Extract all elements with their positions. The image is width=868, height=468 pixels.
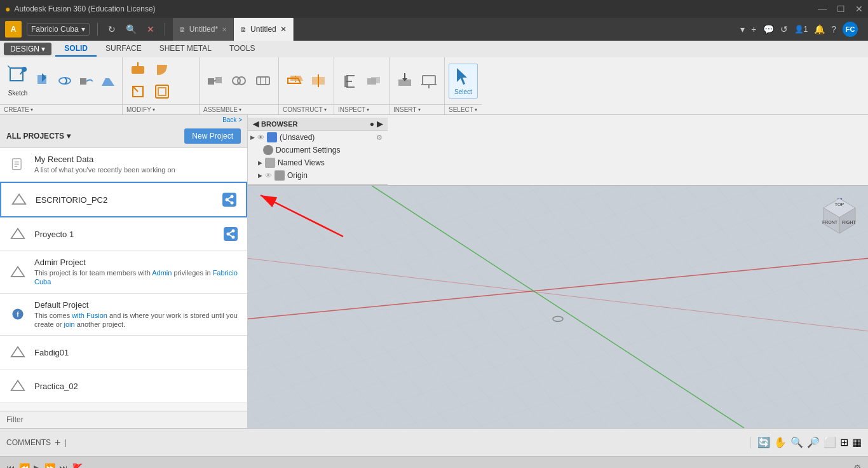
settings-gear-icon[interactable]: ⚙ xyxy=(376,134,383,142)
tab-sheet-metal[interactable]: SHEET METAL xyxy=(151,41,220,57)
browser-left-arrow[interactable]: ◀ xyxy=(253,120,259,128)
maximize-button[interactable]: ☐ xyxy=(837,4,845,14)
user-count-badge[interactable]: 👤1 xyxy=(794,25,808,34)
svg-point-19 xyxy=(238,77,245,85)
add-comment-icon[interactable]: + xyxy=(55,437,60,448)
notification-icon[interactable]: 🔔 xyxy=(814,24,825,34)
view-cube[interactable]: TOP FRONT RIGHT xyxy=(817,192,862,237)
escritorio-icon xyxy=(9,189,29,210)
close-button[interactable]: ✕ xyxy=(855,4,863,14)
toolbar-close-button[interactable]: ✕ xyxy=(144,23,157,36)
create-loft-button[interactable] xyxy=(98,72,118,90)
project-item-practica02[interactable]: Practica_02 xyxy=(0,369,247,403)
project-item-admin[interactable]: Admin Project This project is for team m… xyxy=(0,251,247,294)
canvas-area[interactable]: Z TOP FRONT RIGHT xyxy=(248,186,868,428)
minimize-button[interactable]: — xyxy=(818,4,827,14)
display-settings-icon[interactable]: ▦ xyxy=(852,436,862,448)
browser-doc-settings-label: Document Settings xyxy=(276,146,340,155)
view-cube-icon2[interactable]: ⬜ xyxy=(824,436,836,448)
tab-surface[interactable]: SURFACE xyxy=(97,41,151,57)
select-button[interactable]: Select xyxy=(449,64,478,99)
timeline-last-icon[interactable]: ⏭ xyxy=(59,463,68,469)
ribbon-group-create: Sketch xyxy=(0,57,123,114)
modify-chamfer-button[interactable] xyxy=(126,81,149,102)
tab-close-icon2[interactable]: ✕ xyxy=(280,25,287,34)
new-project-button[interactable]: New Project xyxy=(184,128,241,144)
zoom-icon[interactable]: 🔍 xyxy=(790,436,803,448)
browser-item-origin[interactable]: ▶ 👁 Origin xyxy=(248,169,388,182)
back-link[interactable]: Back > xyxy=(0,115,247,125)
add-tab-icon[interactable]: + xyxy=(751,24,756,34)
create-sketch-button[interactable]: Sketch xyxy=(4,63,32,99)
tab-untitled[interactable]: 🗎 Untitled ✕ xyxy=(234,18,294,41)
timeline-settings-icon[interactable]: ⚙ xyxy=(853,463,862,469)
timeline-play-icon[interactable]: ▶ xyxy=(34,463,41,469)
insert-insert-button[interactable] xyxy=(393,71,416,91)
assemble-dropdown-icon[interactable]: ▾ xyxy=(239,107,241,113)
refresh-button[interactable]: ↻ xyxy=(105,23,118,36)
viewport-area: ◀ BROWSER ● ▶ ▶ 👁 (Unsaved) ⚙ Document S… xyxy=(248,115,868,428)
tab-tools[interactable]: TOOLS xyxy=(220,41,264,57)
tab-solid[interactable]: SOLID xyxy=(55,41,97,57)
expand-icon[interactable]: ▾ xyxy=(740,24,745,34)
eye-icon[interactable]: 👁 xyxy=(257,134,264,141)
user-avatar[interactable]: FC xyxy=(843,22,858,37)
construct-dropdown-icon[interactable]: ▾ xyxy=(324,107,327,113)
project-item-default[interactable]: f Default Project This comes with Fusion… xyxy=(0,294,247,336)
user-area[interactable]: Fabricio Cuba ▾ xyxy=(27,23,90,36)
browser-toggle[interactable]: ● xyxy=(370,120,374,128)
create-sweep-button[interactable] xyxy=(76,72,97,90)
inspect-interference-button[interactable] xyxy=(362,71,385,91)
help-icon[interactable]: ? xyxy=(831,24,836,34)
modify-shell-button[interactable] xyxy=(151,81,173,102)
tab-untitled-star[interactable]: 🗎 Untitled* ✕ xyxy=(173,18,234,41)
assemble-joint-button[interactable] xyxy=(227,71,250,91)
browser-item-named-views[interactable]: ▶ Named Views xyxy=(248,156,388,169)
origin-eye-icon[interactable]: 👁 xyxy=(265,172,272,179)
timeline-prev-icon[interactable]: ⏪ xyxy=(19,463,30,469)
timeline-next-icon[interactable]: ⏩ xyxy=(44,463,55,469)
create-extrude-button[interactable] xyxy=(33,72,53,90)
modify-fillet-button[interactable] xyxy=(151,60,173,80)
grid-icon[interactable]: ⊞ xyxy=(840,436,848,448)
orbit-icon[interactable]: 🔄 xyxy=(757,436,770,448)
timeline-flag-icon[interactable]: 🚩 xyxy=(72,463,83,469)
inspect-measure-button[interactable] xyxy=(338,71,361,91)
fit-icon[interactable]: 🔎 xyxy=(807,436,820,448)
assemble-new-component-button[interactable] xyxy=(203,71,226,91)
create-dropdown-icon[interactable]: ▾ xyxy=(31,107,33,113)
timeline-first-icon[interactable]: ⏮ xyxy=(6,463,15,469)
browser-item-doc-settings[interactable]: Document Settings xyxy=(248,144,388,156)
create-revolve-button[interactable] xyxy=(55,72,75,90)
inspect-group-label: INSPECT▾ xyxy=(334,104,389,114)
project-item-proyecto1[interactable]: Proyecto 1 xyxy=(0,217,247,251)
construct-offset-plane-button[interactable] xyxy=(283,71,306,91)
design-dropdown[interactable]: DESIGN ▾ xyxy=(4,43,51,55)
modify-press-pull-button[interactable] xyxy=(126,60,149,80)
project-item-escritorio[interactable]: ESCRITORIO_PC2 xyxy=(0,182,247,217)
browser-right-arrow[interactable]: ▶ xyxy=(377,120,383,128)
chat-icon[interactable]: 💬 xyxy=(763,24,774,34)
tab-close-icon[interactable]: ✕ xyxy=(222,26,227,33)
project-item-recent[interactable]: My Recent Data A list of what you've rec… xyxy=(0,148,247,182)
search-button[interactable]: 🔍 xyxy=(123,23,139,36)
assemble-rigid-button[interactable] xyxy=(252,71,275,91)
comments-toggle-icon[interactable]: | xyxy=(64,438,66,447)
insert-dropdown-icon[interactable]: ▾ xyxy=(418,107,421,113)
browser-item-unsaved[interactable]: ▶ 👁 (Unsaved) ⚙ xyxy=(248,131,388,144)
modify-dropdown-icon[interactable]: ▾ xyxy=(153,107,155,113)
inspect-dropdown-icon[interactable]: ▾ xyxy=(367,107,369,113)
sync-icon[interactable]: ↺ xyxy=(780,24,788,34)
construct-midplane-button[interactable] xyxy=(307,71,330,91)
top-right-controls: ▾ + 💬 ↺ 👤1 🔔 ? FC xyxy=(735,22,863,37)
select-dropdown-icon[interactable]: ▾ xyxy=(475,107,477,113)
user-name: Fabricio Cuba xyxy=(31,25,79,34)
svg-rect-7 xyxy=(80,78,86,85)
projects-dropdown-icon[interactable]: ▾ xyxy=(67,132,71,141)
doc-settings-icon xyxy=(263,145,273,155)
insert-canvas-button[interactable] xyxy=(417,71,440,91)
toolbar-separator xyxy=(97,23,98,36)
pan-icon[interactable]: ✋ xyxy=(774,436,787,448)
svg-marker-63 xyxy=(11,381,25,390)
project-item-fabdig01[interactable]: Fabdig01 xyxy=(0,336,247,369)
